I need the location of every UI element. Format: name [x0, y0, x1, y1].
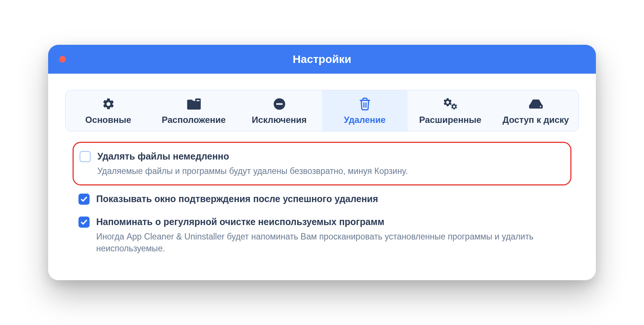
content-area: Основные Расположение Исключения Удалени…	[48, 74, 596, 280]
gear-icon	[102, 97, 115, 111]
option-description: Иногда App Cleaner & Uninstaller будет н…	[96, 231, 566, 254]
tab-deletion[interactable]: Удаление	[322, 90, 407, 131]
disk-icon	[529, 97, 543, 111]
tabbar: Основные Расположение Исключения Удалени…	[65, 90, 579, 131]
checkbox-show-confirmation[interactable]	[78, 194, 90, 205]
option-text: Удалять файлы немедленно Удаляемые файлы…	[97, 150, 564, 177]
minus-icon	[273, 97, 286, 111]
close-window-button[interactable]	[59, 56, 66, 63]
option-delete-immediately: Удалять файлы немедленно Удаляемые файлы…	[73, 142, 571, 185]
checkbox-remind-cleanup[interactable]	[78, 217, 90, 228]
options-list: Удалять файлы немедленно Удаляемые файлы…	[65, 142, 579, 259]
option-title: Напоминать о регулярной очистке неисполь…	[96, 216, 566, 228]
svg-point-9	[540, 106, 541, 107]
option-title: Показывать окно подтверждения после успе…	[96, 193, 566, 205]
option-description: Удаляемые файлы и программы будут удален…	[97, 165, 564, 177]
option-title: Удалять файлы немедленно	[97, 150, 564, 163]
gears-icon	[443, 97, 458, 111]
tab-label: Основные	[85, 115, 131, 125]
option-show-confirmation: Показывать окно подтверждения после успе…	[73, 188, 571, 211]
tab-label: Удаление	[344, 115, 386, 125]
tab-exclusions[interactable]: Исключения	[237, 90, 322, 131]
tab-label: Доступ к диску	[503, 115, 569, 125]
tab-general[interactable]: Основные	[66, 90, 151, 131]
tab-advanced[interactable]: Расширенные	[407, 90, 493, 131]
tab-disk-access[interactable]: Доступ к диску	[493, 90, 578, 131]
svg-rect-5	[276, 103, 282, 105]
window-title: Настройки	[293, 53, 351, 66]
checkbox-delete-immediately[interactable]	[80, 151, 91, 162]
folder-icon	[187, 97, 201, 111]
option-text: Показывать окно подтверждения после успе…	[96, 193, 566, 205]
tab-label: Исключения	[252, 115, 306, 125]
svg-rect-3	[196, 100, 199, 101]
tab-label: Расширенные	[419, 115, 482, 125]
option-remind-cleanup: Напоминать о регулярной очистке неисполь…	[73, 211, 571, 259]
settings-window: Настройки Основные Расположение Исключ	[48, 45, 596, 280]
tab-label: Расположение	[162, 115, 226, 125]
trash-icon	[359, 97, 371, 111]
tab-location[interactable]: Расположение	[151, 90, 237, 131]
titlebar: Настройки	[48, 45, 596, 74]
option-text: Напоминать о регулярной очистке неисполь…	[96, 216, 566, 254]
